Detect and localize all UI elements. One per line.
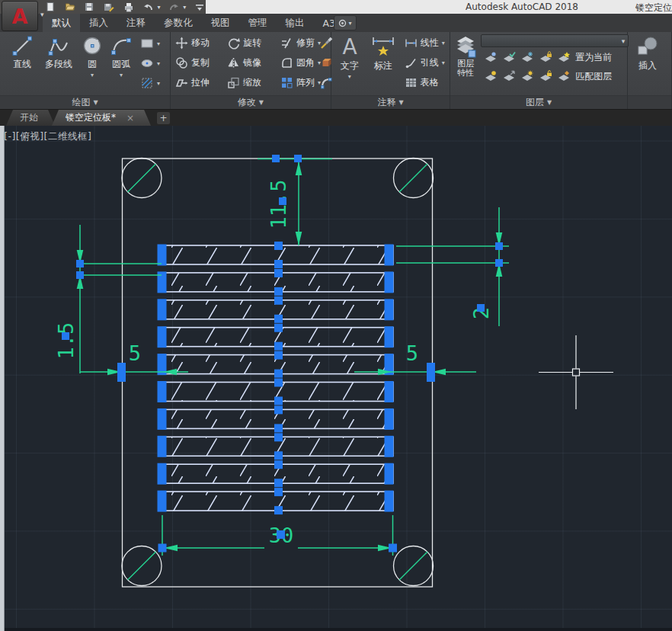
model-space-canvas[interactable]: [-][俯视][二维线框]: [0, 126, 672, 631]
dim-top-11-5[interactable]: 11.5: [258, 155, 332, 245]
grip[interactable]: [385, 436, 394, 457]
close-tab-icon[interactable]: ×: [126, 113, 134, 123]
application-menu-caret-icon[interactable]: ▾: [40, 11, 44, 18]
grip[interactable]: [385, 491, 394, 512]
file-tab-document[interactable]: 镂空定位板* ×: [52, 110, 151, 126]
grip[interactable]: [158, 408, 167, 430]
grip[interactable]: [274, 433, 283, 441]
match-layer-label[interactable]: 匹配图层: [575, 70, 612, 83]
new-drawing-tab-button[interactable]: +: [157, 112, 170, 124]
panel-annotate-title[interactable]: 注释 ▼: [331, 95, 450, 109]
layer-select-dropdown[interactable]: ▾: [481, 34, 629, 47]
layer-set-current-icon[interactable]: [557, 51, 571, 64]
grip[interactable]: [274, 379, 283, 387]
grip[interactable]: [385, 408, 394, 430]
stretch-button[interactable]: 拉伸: [175, 76, 210, 89]
drawing-viewport[interactable]: 11.5 1.5: [0, 126, 672, 631]
layer-properties-button[interactable]: 图层 特性: [452, 35, 479, 78]
grip[interactable]: [274, 269, 283, 277]
grip[interactable]: [385, 326, 394, 348]
layer-thaw-icon[interactable]: [520, 70, 535, 83]
layer-unlock-icon[interactable]: [539, 70, 553, 83]
panel-modify-title[interactable]: 修改 ▼: [171, 95, 331, 109]
hatch-button[interactable]: ▾: [140, 76, 160, 90]
save-icon[interactable]: [84, 2, 96, 13]
linear-dim-button[interactable]: 线性 ▾: [405, 37, 445, 50]
qat-customize-icon[interactable]: [194, 2, 206, 13]
panel-insert-title[interactable]: [628, 95, 671, 109]
redo-dropdown-icon[interactable]: ▾: [183, 4, 186, 11]
layer-lock-icon[interactable]: [539, 51, 553, 64]
layer-unisolate-icon[interactable]: [502, 51, 517, 64]
circle-flyout-caret-icon[interactable]: ▾: [91, 72, 94, 78]
fillet-button[interactable]: 圆角 ▾: [280, 56, 321, 69]
grip[interactable]: [274, 460, 283, 469]
grip[interactable]: [274, 287, 283, 296]
linear-flyout-caret-icon[interactable]: ▾: [442, 40, 445, 46]
file-tab-start[interactable]: 开始: [6, 110, 55, 126]
line-button[interactable]: 直线: [6, 35, 38, 71]
layer-on-off-icon[interactable]: [484, 70, 498, 83]
ellipse-button[interactable]: ▾: [140, 56, 160, 70]
open-file-icon[interactable]: [64, 2, 76, 13]
grip[interactable]: [274, 479, 283, 487]
grip[interactable]: [385, 271, 394, 293]
copy-button[interactable]: 复制: [175, 56, 210, 69]
plot-icon[interactable]: [123, 2, 135, 13]
grip[interactable]: [274, 424, 283, 432]
dim-left-1-5[interactable]: 1.5: [54, 225, 162, 373]
circle-button[interactable]: 圆 ▾: [81, 35, 104, 78]
panel-layers-title[interactable]: 图层 ▼: [450, 95, 627, 109]
bars-group[interactable]: [158, 242, 394, 514]
ribbon-tab-insert[interactable]: 插入: [80, 14, 117, 32]
ribbon-tab-annotate[interactable]: 注释: [117, 14, 155, 32]
grip[interactable]: [274, 506, 283, 514]
ribbon-options-button[interactable]: ▾: [334, 15, 357, 30]
ribbon-tab-manage[interactable]: 管理: [239, 14, 277, 32]
grip[interactable]: [274, 397, 283, 405]
grip[interactable]: [158, 299, 167, 320]
grip[interactable]: [385, 299, 394, 320]
move-button[interactable]: 移动: [175, 37, 210, 50]
set-current-label[interactable]: 置为当前: [575, 51, 612, 64]
grip[interactable]: [385, 381, 394, 402]
grip[interactable]: [274, 451, 283, 460]
application-menu-button[interactable]: A: [2, 1, 38, 31]
grip[interactable]: [274, 351, 283, 360]
undo-icon[interactable]: [142, 2, 155, 13]
dimension-button[interactable]: 标注: [366, 35, 400, 72]
new-file-icon[interactable]: [44, 2, 56, 13]
grip[interactable]: [274, 488, 283, 496]
leader-flyout-caret-icon[interactable]: ▾: [442, 59, 445, 66]
layer-previous-icon[interactable]: [502, 70, 517, 83]
grip[interactable]: [158, 245, 167, 266]
table-button[interactable]: 表格: [405, 76, 439, 89]
ribbon-tab-output[interactable]: 输出: [277, 14, 314, 32]
grip[interactable]: [274, 342, 283, 351]
rectangle-button[interactable]: ▾: [140, 37, 160, 50]
grip[interactable]: [385, 245, 394, 266]
grip[interactable]: [158, 381, 167, 402]
grip[interactable]: [158, 436, 167, 457]
dim-bottom-30[interactable]: 30: [158, 515, 398, 556]
grip[interactable]: [158, 463, 167, 485]
grip[interactable]: [274, 370, 283, 378]
redo-icon[interactable]: [168, 2, 181, 13]
grip[interactable]: [158, 491, 167, 512]
mirror-button[interactable]: 镜像: [227, 56, 261, 69]
grip[interactable]: [274, 260, 283, 268]
scale-button[interactable]: 缩放: [227, 76, 261, 89]
layer-freeze-icon[interactable]: [520, 51, 535, 64]
arc-flyout-caret-icon[interactable]: ▾: [120, 72, 123, 78]
undo-dropdown-icon[interactable]: ▾: [158, 4, 161, 11]
grip[interactable]: [274, 296, 283, 305]
grip[interactable]: [274, 405, 283, 414]
layer-isolate-icon[interactable]: [484, 51, 498, 64]
arc-button[interactable]: 圆弧 ▾: [107, 35, 136, 78]
grip[interactable]: [274, 324, 283, 332]
save-as-icon[interactable]: [103, 2, 115, 13]
text-flyout-caret-icon[interactable]: ▾: [348, 73, 351, 80]
panel-draw-title[interactable]: 绘图 ▼: [0, 95, 170, 109]
layer-match-icon[interactable]: [557, 70, 571, 83]
grip[interactable]: [274, 315, 283, 323]
